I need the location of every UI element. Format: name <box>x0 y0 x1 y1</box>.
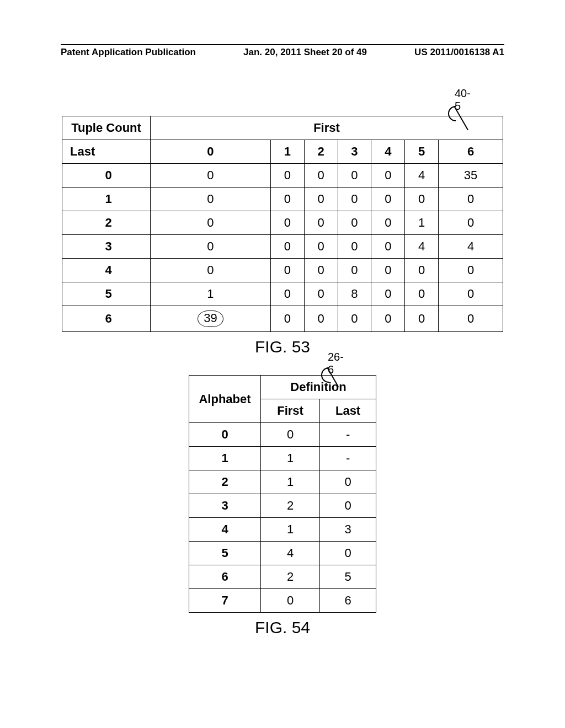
table-row: Tuple Count First <box>62 116 503 140</box>
sub-header-first: First <box>261 399 320 423</box>
table-row: 6 2 5 <box>189 565 376 589</box>
header-left: Patent Application Publication <box>61 47 196 58</box>
cell: 1 <box>405 211 439 235</box>
cell: 0 <box>439 188 503 211</box>
row-header: 2 <box>189 470 261 494</box>
cell: 0 <box>338 306 371 332</box>
cell: 0 <box>270 211 304 235</box>
cell: 2 <box>261 565 320 589</box>
cell: 0 <box>338 211 371 235</box>
table-row: 6 39 0 0 0 0 0 0 <box>62 306 503 332</box>
col-header: 1 <box>270 140 304 164</box>
cell-circled: 39 <box>151 306 271 332</box>
cell: 0 <box>304 188 338 211</box>
cell: 3 <box>320 518 376 542</box>
cell: 0 <box>371 259 405 282</box>
figure-54-caption: FIG. 54 <box>189 618 376 637</box>
cell: 0 <box>151 235 271 259</box>
cell: 1 <box>261 447 320 470</box>
table-row: 7 0 6 <box>189 589 376 613</box>
alphabet-header: Alphabet <box>189 376 261 423</box>
table-row: Last 0 1 2 3 4 5 6 <box>62 140 503 164</box>
cell: 0 <box>261 589 320 613</box>
header-rule <box>61 44 504 45</box>
cell: 0 <box>338 235 371 259</box>
row-header: 3 <box>189 494 261 518</box>
table-row: 3 2 0 <box>189 494 376 518</box>
cell: 0 <box>304 235 338 259</box>
row-header: 5 <box>189 542 261 565</box>
cell: 0 <box>371 188 405 211</box>
cell: 0 <box>304 306 338 332</box>
definition-header: Definition <box>261 376 376 399</box>
table-row: 1 0 0 0 0 0 0 0 <box>62 188 503 211</box>
cell: 0 <box>405 188 439 211</box>
col-header: 2 <box>304 140 338 164</box>
cell: 0 <box>270 259 304 282</box>
figure-53-caption: FIG. 53 <box>62 338 503 356</box>
table-row: 1 1 - <box>189 447 376 470</box>
col-header: 5 <box>405 140 439 164</box>
cell: 0 <box>405 282 439 306</box>
cell: 0 <box>320 542 376 565</box>
row-group-header: Last <box>62 140 151 164</box>
cell: 0 <box>439 306 503 332</box>
row-header: 3 <box>62 235 151 259</box>
table-row: 5 1 0 0 8 0 0 0 <box>62 282 503 306</box>
cell: 0 <box>304 211 338 235</box>
cell: 0 <box>371 164 405 188</box>
cell: 0 <box>151 164 271 188</box>
cell: 0 <box>320 470 376 494</box>
cell: 0 <box>371 235 405 259</box>
corner-header: Tuple Count <box>62 116 151 140</box>
header-center: Jan. 20, 2011 Sheet 20 of 49 <box>243 47 367 58</box>
cell: 0 <box>151 188 271 211</box>
cell: 0 <box>338 259 371 282</box>
cell: 4 <box>405 164 439 188</box>
row-header: 6 <box>189 565 261 589</box>
cell: 1 <box>261 470 320 494</box>
table-row: 0 0 - <box>189 423 376 447</box>
alphabet-table: Alphabet Definition First Last 0 0 - 1 1… <box>189 375 376 613</box>
row-header: 1 <box>189 447 261 470</box>
row-header: 4 <box>189 518 261 542</box>
cell: 0 <box>270 306 304 332</box>
table-row: 3 0 0 0 0 0 4 4 <box>62 235 503 259</box>
cell: 0 <box>405 259 439 282</box>
table-row: 4 1 3 <box>189 518 376 542</box>
col-header: 6 <box>439 140 503 164</box>
col-header: 3 <box>338 140 371 164</box>
row-header: 5 <box>62 282 151 306</box>
cell: 8 <box>338 282 371 306</box>
row-header: 0 <box>189 423 261 447</box>
cell: 0 <box>371 211 405 235</box>
cell: 0 <box>270 188 304 211</box>
cell: 0 <box>439 282 503 306</box>
cell: 4 <box>439 235 503 259</box>
table-row: 2 0 0 0 0 0 1 0 <box>62 211 503 235</box>
header-right: US 2011/0016138 A1 <box>414 47 504 58</box>
cell: 0 <box>405 306 439 332</box>
cell: 0 <box>270 235 304 259</box>
cell: 5 <box>320 565 376 589</box>
cell: 2 <box>261 494 320 518</box>
figure-53: 40-5 Tuple Count First Last 0 1 2 3 4 5 … <box>62 116 503 356</box>
cell: 0 <box>261 423 320 447</box>
cell: 0 <box>320 494 376 518</box>
cell: 0 <box>338 188 371 211</box>
col-header: 0 <box>151 140 271 164</box>
tuple-count-table: Tuple Count First Last 0 1 2 3 4 5 6 0 0… <box>62 116 503 332</box>
cell: 0 <box>151 259 271 282</box>
cell: 4 <box>261 542 320 565</box>
table-row: Alphabet Definition <box>189 376 376 399</box>
sub-header-last: Last <box>320 399 376 423</box>
row-header: 1 <box>62 188 151 211</box>
cell: 1 <box>151 282 271 306</box>
cell: 35 <box>439 164 503 188</box>
col-header: 4 <box>371 140 405 164</box>
row-header: 4 <box>62 259 151 282</box>
table-row: 2 1 0 <box>189 470 376 494</box>
page-header: Patent Application Publication Jan. 20, … <box>61 47 504 58</box>
cell: 1 <box>261 518 320 542</box>
table-row: 4 0 0 0 0 0 0 0 <box>62 259 503 282</box>
